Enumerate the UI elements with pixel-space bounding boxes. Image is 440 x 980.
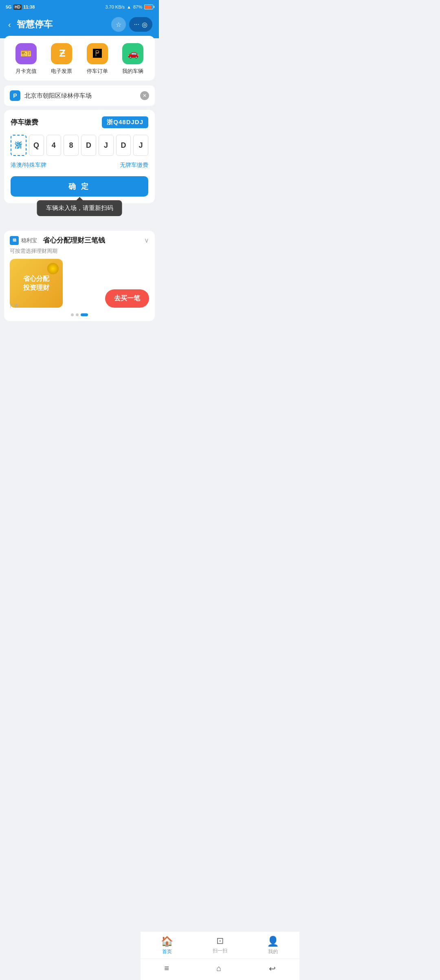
star-icon: ☆ (116, 21, 121, 28)
ad-logo-icon: 稳 (10, 236, 19, 245)
plate-cell-4[interactable]: D (81, 135, 96, 156)
ad-chevron-icon[interactable]: ∨ (144, 236, 149, 244)
ad-content: 省心分配投资理财 去买一笔 (4, 259, 155, 313)
confirm-button-wrap: 确 定 车辆未入场，请重新扫码 (11, 176, 148, 197)
target-icon: ◎ (142, 21, 147, 28)
location-text[interactable]: 北京市朝阳区绿林停车场 (24, 92, 136, 100)
error-tooltip: 车辆未入场，请重新扫码 (37, 200, 122, 216)
ad-pagination-dots (4, 313, 155, 321)
ad-title: 省心分配理财三笔钱 (43, 236, 144, 245)
quick-action-monthly[interactable]: 🎫 月卡充值 (15, 43, 37, 75)
quick-actions: 🎫 月卡充值 Ƶ 电子发票 🅿 停车订单 🚗 我的车辆 (4, 36, 155, 81)
plate-cell-5[interactable]: J (99, 135, 114, 156)
vehicles-icon: 🚗 (122, 43, 143, 64)
time: 11:38 (23, 4, 35, 9)
header-actions: ☆ ··· ◎ (111, 17, 152, 32)
special-plate-link[interactable]: 港澳/特殊车牌 (11, 162, 46, 169)
vehicles-label: 我的车辆 (122, 68, 143, 75)
payment-section: 停车缴费 浙Q48DJDJ 浙 Q 4 8 D J D J 港澳/特殊车牌 无牌… (4, 110, 155, 203)
plate-cell-1[interactable]: Q (29, 135, 44, 156)
page-title: 智慧停车 (17, 18, 107, 31)
battery-text: 87% (133, 4, 142, 9)
quick-action-invoice[interactable]: Ƶ 电子发票 (51, 43, 72, 75)
header: ‹ 智慧停车 ☆ ··· ◎ (0, 13, 159, 38)
back-button[interactable]: ‹ (7, 18, 13, 31)
wallet-coin (47, 263, 59, 274)
dot-3 (81, 313, 88, 316)
favorite-button[interactable]: ☆ (111, 17, 126, 32)
wallet-text: 省心分配投资理财 (23, 274, 49, 293)
clear-icon: ✕ (143, 93, 147, 98)
quick-action-orders[interactable]: 🅿 停车订单 (87, 43, 108, 75)
orders-icon: 🅿 (87, 43, 108, 64)
plate-input-row: 浙 Q 4 8 D J D J (11, 135, 148, 156)
plate-links: 港澳/特殊车牌 无牌车缴费 (11, 162, 148, 169)
invoice-label: 电子发票 (51, 68, 72, 75)
hd-badge: HD (13, 4, 22, 10)
no-plate-link[interactable]: 无牌车缴费 (120, 162, 148, 169)
status-bar: 5G HD 11:38 3.70 KB/s ▲ 87% (0, 0, 159, 13)
ad-right: 去买一笔 (68, 277, 149, 308)
ad-logo-text: 稳利宝 (21, 237, 37, 244)
speed-text: 3.70 KB/s (105, 4, 125, 9)
clear-search-button[interactable]: ✕ (140, 91, 149, 100)
plate-cell-2[interactable]: 4 (46, 135, 62, 156)
more-button[interactable]: ··· ◎ (129, 17, 152, 32)
orders-label: 停车订单 (87, 68, 108, 75)
monthly-icon: 🎫 (15, 43, 37, 64)
ad-subtitle: 可按需选择理财周期 (4, 247, 155, 259)
ad-label: 广告 (10, 303, 19, 309)
battery-icon (144, 4, 153, 9)
status-right: 3.70 KB/s ▲ 87% (105, 4, 153, 9)
plate-cell-7[interactable]: J (133, 135, 148, 156)
wifi-icon: ▲ (127, 4, 131, 9)
search-bar: P 北京市朝阳区绿林停车场 ✕ (4, 85, 155, 106)
status-left: 5G HD 11:38 (6, 4, 35, 10)
dot-2 (76, 313, 79, 316)
invoice-icon: Ƶ (51, 43, 72, 64)
parking-icon: P (10, 90, 20, 101)
ad-logo: 稳 稳利宝 (10, 236, 37, 245)
confirm-button[interactable]: 确 定 (11, 176, 148, 197)
plate-cell-6[interactable]: D (116, 135, 131, 156)
ad-banner: 稳 稳利宝 省心分配理财三笔钱 ∨ 可按需选择理财周期 省心分配投资理财 去买一… (4, 231, 155, 321)
dot-1 (71, 313, 74, 316)
payment-header: 停车缴费 浙Q48DJDJ (11, 116, 148, 128)
buy-button[interactable]: 去买一笔 (105, 289, 149, 308)
signal-text: 5G (6, 4, 12, 9)
plate-badge: 浙Q48DJDJ (102, 116, 148, 128)
more-icon: ··· (134, 21, 139, 28)
quick-action-vehicles[interactable]: 🚗 我的车辆 (122, 43, 143, 75)
payment-title: 停车缴费 (11, 118, 38, 127)
monthly-label: 月卡充值 (15, 68, 37, 75)
ad-header: 稳 稳利宝 省心分配理财三笔钱 ∨ (4, 231, 155, 247)
ad-wallet-image: 省心分配投资理财 (10, 259, 63, 308)
plate-cell-3[interactable]: 8 (64, 135, 79, 156)
plate-cell-0[interactable]: 浙 (11, 135, 26, 156)
